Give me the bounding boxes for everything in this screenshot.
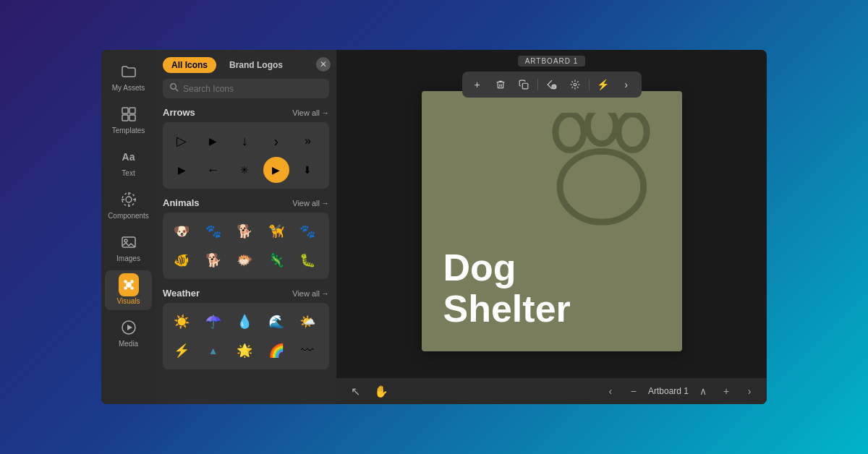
weather-icon-9[interactable]: 🌈 <box>263 338 289 364</box>
svg-rect-0 <box>122 108 128 113</box>
weather-section-header: Weather View all → <box>163 288 329 299</box>
weather-icon-5[interactable]: 🌤️ <box>294 309 320 335</box>
animal-icon-5[interactable]: 🐾 <box>294 218 320 244</box>
sidebar-item-images[interactable]: Images <box>105 228 152 267</box>
paw-icon <box>530 113 660 228</box>
sidebar-label-templates: Templates <box>112 127 145 135</box>
arrow-icon-2[interactable]: ▶ <box>200 128 226 154</box>
weather-icon-8[interactable]: 🌟 <box>231 338 258 364</box>
search-bar <box>163 79 329 98</box>
weather-view-all[interactable]: View all → <box>292 289 329 298</box>
weather-icon-10[interactable]: 〰 <box>294 338 320 364</box>
icons-panel: All Icons Brand Logos ✕ Arrows View all … <box>156 50 336 404</box>
svg-point-23 <box>560 151 644 222</box>
arrow-icon-9[interactable]: ▶ <box>263 157 289 183</box>
search-icon <box>170 83 179 94</box>
sidebar-item-components[interactable]: Components <box>105 185 152 225</box>
cursor-tool-button[interactable]: ↖ <box>345 381 365 401</box>
toolbar-divider-2 <box>589 79 590 90</box>
svg-point-15 <box>171 84 176 90</box>
panel-content: Arrows View all → ▷ ▶ ↓ › » ▶ ← ✳ ▶ ⬇ A <box>156 104 336 404</box>
arrow-icon-6[interactable]: ▶ <box>169 157 195 183</box>
hand-tool-button[interactable]: ✋ <box>371 381 391 401</box>
arrow-icon-3[interactable]: ↓ <box>231 128 258 154</box>
toolbar-divider-1 <box>537 79 538 90</box>
effects-button[interactable] <box>564 74 586 95</box>
animals-grid: 🐶 🐾 🐕 🦮 🐾 🐠 🐕 🐡 🦎 🐛 <box>163 213 329 279</box>
svg-point-8 <box>126 282 132 288</box>
sidebar-item-my-assets[interactable]: My Assets <box>105 57 152 97</box>
svg-line-16 <box>176 89 179 92</box>
arrow-icon-7[interactable]: ← <box>200 157 226 183</box>
text-icon: Aa <box>119 147 139 167</box>
animal-icon-10[interactable]: 🐛 <box>294 247 320 273</box>
svg-point-19 <box>574 83 576 86</box>
sidebar-item-visuals[interactable]: Visuals <box>105 270 152 310</box>
sidebar-label-components: Components <box>108 212 149 220</box>
weather-icon-3[interactable]: 💧 <box>231 309 258 335</box>
weather-icon-6[interactable]: ⚡ <box>169 338 195 364</box>
sidebar-item-media[interactable]: Media <box>105 313 152 353</box>
weather-icon-2[interactable]: ☂️ <box>200 309 226 335</box>
weather-icon-7[interactable]: ▲ <box>200 338 226 364</box>
add-button[interactable]: + <box>467 74 488 95</box>
bottom-tools: ↖ ✋ <box>345 381 391 401</box>
app-window: My Assets Templates Aa Text <box>101 50 767 404</box>
template-icon <box>119 104 139 124</box>
artboard-card[interactable]: Dog Shelter <box>422 91 682 351</box>
svg-point-12 <box>124 286 127 290</box>
animal-icon-6[interactable]: 🐠 <box>169 247 195 273</box>
arrows-view-all[interactable]: View all → <box>292 108 329 117</box>
svg-rect-17 <box>522 83 528 89</box>
animal-icon-3[interactable]: 🐕 <box>231 218 258 244</box>
svg-point-22 <box>618 114 647 150</box>
animal-icon-1[interactable]: 🐶 <box>169 218 195 244</box>
sidebar-item-templates[interactable]: Templates <box>105 100 152 140</box>
next-artboard-button[interactable]: › <box>741 382 758 400</box>
arrow-icon-10[interactable]: ⬇ <box>294 157 320 183</box>
arrow-icon-5[interactable]: » <box>294 128 320 154</box>
animal-icon-4[interactable]: 🦮 <box>263 218 289 244</box>
svg-point-21 <box>587 113 616 144</box>
weather-title: Weather <box>163 288 200 299</box>
zoom-out-button[interactable]: − <box>625 382 642 400</box>
images-icon <box>119 232 139 252</box>
artboard-dropdown-button[interactable]: ∧ <box>694 382 712 400</box>
animal-icon-9[interactable]: 🦎 <box>263 247 289 273</box>
lightning-button[interactable]: ⚡ <box>592 74 614 95</box>
sidebar-label-text: Text <box>122 169 135 178</box>
prev-artboard-button[interactable]: ‹ <box>602 382 619 400</box>
svg-rect-2 <box>122 115 128 121</box>
animal-icon-8[interactable]: 🐡 <box>231 247 258 273</box>
fill-button[interactable] <box>541 74 563 95</box>
more-button[interactable]: › <box>616 74 637 95</box>
toolbar: + <box>462 72 642 98</box>
sidebar-item-text[interactable]: Aa Text <box>105 142 152 182</box>
delete-button[interactable] <box>490 74 511 95</box>
arrows-section-header: Arrows View all → <box>163 107 329 118</box>
copy-button[interactable] <box>513 74 535 95</box>
search-input[interactable] <box>183 84 322 94</box>
sidebar-label-my-assets: My Assets <box>112 84 145 93</box>
svg-point-9 <box>124 280 127 283</box>
tab-brand-logos[interactable]: Brand Logos <box>221 57 292 73</box>
animal-icon-2[interactable]: 🐾 <box>200 218 226 244</box>
animals-view-all[interactable]: View all → <box>292 199 329 207</box>
media-icon <box>119 317 139 338</box>
arrow-icon-4[interactable]: › <box>263 128 289 154</box>
arrow-icon-8[interactable]: ✳ <box>231 157 258 183</box>
arrows-title: Arrows <box>163 107 195 118</box>
svg-rect-1 <box>129 108 135 113</box>
svg-rect-3 <box>129 115 135 121</box>
animal-icon-7[interactable]: 🐕 <box>200 247 226 273</box>
add-artboard-button[interactable]: + <box>718 382 735 400</box>
animals-title: Animals <box>163 197 200 208</box>
arrow-icon-1[interactable]: ▷ <box>169 128 195 154</box>
panel-close-button[interactable]: ✕ <box>316 57 331 72</box>
weather-icon-4[interactable]: 🌊 <box>263 309 289 335</box>
svg-point-10 <box>130 280 134 283</box>
weather-icon-1[interactable]: ☀️ <box>169 309 195 335</box>
svg-point-11 <box>130 286 134 290</box>
artboard-text: Dog Shelter <box>443 247 571 330</box>
tab-all-icons[interactable]: All Icons <box>163 57 216 73</box>
